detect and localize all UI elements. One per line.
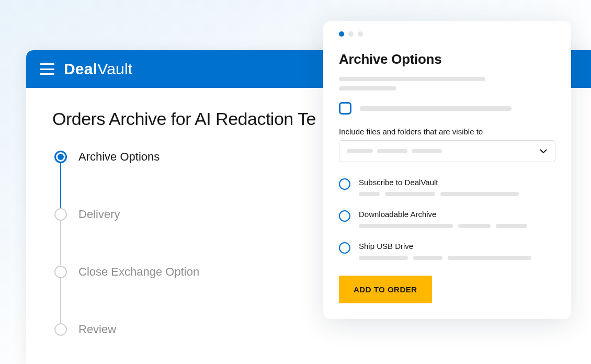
archive-options-panel: Archive Options Include files and folder… [323,21,571,319]
radio-icon [339,178,350,190]
step-review[interactable]: Review [54,323,565,336]
step-connector [60,220,61,265]
step-label: Delivery [78,208,120,221]
radio-description-placeholder [359,192,555,196]
select-chips-placeholder [347,149,442,153]
panel-title: Archive Options [339,51,555,67]
dot-icon [358,31,363,37]
brand-logo: DealVault [64,60,132,78]
step-marker-icon [54,208,67,221]
radio-label: Ship USB Drive [359,242,555,251]
step-connector [60,278,61,323]
visibility-select[interactable] [339,140,555,162]
description-placeholder [339,77,555,90]
option-checkbox-row [339,102,555,115]
radio-description-placeholder [359,256,555,260]
step-marker-icon [54,323,67,336]
step-label: Archive Options [78,150,160,164]
radio-downloadable[interactable]: Downloadable Archive [339,210,555,228]
radio-label: Downloadable Archive [359,210,555,219]
radio-ship-usb[interactable]: Ship USB Drive [339,242,555,260]
step-label: Review [78,323,116,336]
radio-subscribe[interactable]: Subscribe to DealVault [339,178,555,196]
radio-description-placeholder [359,224,555,228]
radio-icon [339,242,350,254]
step-label: Close Exchange Option [78,265,199,279]
dot-icon [348,31,354,37]
step-marker-icon [54,266,67,278]
radio-label: Subscribe to DealVault [359,178,555,187]
menu-icon[interactable] [40,63,54,75]
radio-content: Ship USB Drive [359,242,555,260]
window-traffic-lights [339,31,555,37]
radio-icon [339,210,350,222]
visibility-field-label: Include files and folders that are visib… [339,127,555,136]
brand-prefix: Deal [64,60,97,77]
brand-suffix: Vault [97,60,132,77]
step-connector [60,163,61,208]
radio-content: Subscribe to DealVault [359,178,555,196]
add-to-order-button[interactable]: ADD TO ORDER [339,276,432,303]
radio-content: Downloadable Archive [359,210,555,228]
chevron-down-icon [539,147,548,155]
step-marker-icon [54,151,67,163]
checkbox-label-placeholder [360,106,512,111]
option-checkbox[interactable] [339,102,351,115]
archive-type-radio-group: Subscribe to DealVault Downloadable Arch… [339,178,555,260]
dot-icon [339,31,344,37]
